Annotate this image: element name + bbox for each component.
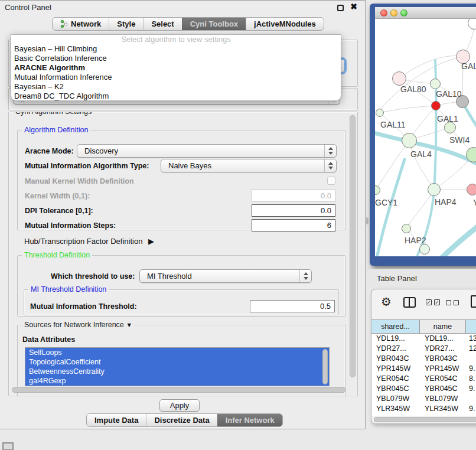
column-header[interactable]: name xyxy=(420,320,466,333)
tab-select[interactable]: Select xyxy=(143,18,181,30)
manual-kernel-checkbox[interactable] xyxy=(327,177,335,185)
table-cell: YER054C xyxy=(420,374,466,384)
table-row[interactable]: YPR145WYPR145W9. xyxy=(371,364,476,374)
list-scrollbar[interactable] xyxy=(322,349,328,384)
network-node[interactable] xyxy=(402,133,417,148)
table-cell: 9. xyxy=(466,404,476,414)
tab-infer-network[interactable]: Infer Network xyxy=(217,414,282,426)
dropdown-item[interactable]: Mutual Information Inference xyxy=(11,73,341,82)
tab-cyni-toolbox[interactable]: Cyni Toolbox xyxy=(182,18,246,30)
sources-group-title[interactable]: Sources for Network Inference ▼ xyxy=(22,321,135,329)
expand-right-icon: ▶ xyxy=(145,237,154,246)
data-attributes-list[interactable]: SelfLoopsTopologicalCoefficientBetweenne… xyxy=(25,347,330,386)
mi-type-label: Mutual Information Algorithm Type: xyxy=(25,162,149,170)
table-horizontal-scrollbar[interactable] xyxy=(374,417,476,422)
network-node[interactable] xyxy=(444,122,456,133)
node-label: GAL11 xyxy=(380,120,406,129)
mi-steps-input[interactable]: 6 xyxy=(252,219,335,231)
network-canvas[interactable]: GALGAL80GAL10GAL1GAL11SWI4GAL4GCY1HAP4YH… xyxy=(375,19,476,256)
network-node[interactable] xyxy=(402,224,411,233)
table-cell: YBR043C xyxy=(371,354,420,364)
control-panel-title: Control Panel xyxy=(5,3,51,12)
tab-network[interactable]: Network xyxy=(53,18,109,30)
aracne-mode-combobox[interactable]: Discovery xyxy=(77,144,337,158)
algorithm-definition-title: Algorithm Definition xyxy=(22,126,90,134)
table-panel-window: ⚙ ✓✓ shared...nameA YDL19...YDL19...13YD… xyxy=(371,289,476,424)
network-node[interactable] xyxy=(428,183,441,196)
table-row[interactable]: YLR345WYLR345W9. xyxy=(371,404,476,414)
attribute-item[interactable]: SelfLoops xyxy=(25,348,329,357)
settings-horizontal-scrollbar[interactable] xyxy=(12,387,346,393)
hub-definition-toggle[interactable]: Hub/Transcription Factor Definition ▶ xyxy=(24,237,154,246)
dropdown-item[interactable]: ARACNE Algorithm xyxy=(11,63,341,73)
kernel-width-input[interactable]: 0.0 xyxy=(252,190,335,202)
tab-style[interactable]: Style xyxy=(109,18,143,30)
splitter-handle[interactable] xyxy=(366,217,369,224)
table-row[interactable]: YDL19...YDL19...13 xyxy=(371,334,476,344)
table-cell: 13 xyxy=(466,334,476,344)
dpi-tolerance-input[interactable]: 0.0 xyxy=(252,204,335,217)
table-row[interactable]: YDR27...YDR27...12 xyxy=(371,344,476,354)
table-cell: YBL079W xyxy=(420,394,466,404)
which-threshold-combobox[interactable]: MI Threshold xyxy=(139,269,312,283)
dpi-tolerance-label: DPI Tolerance [0,1]: xyxy=(25,207,93,215)
mi-type-combobox[interactable]: Naive Bayes xyxy=(161,159,337,172)
select-all-checks-icon[interactable]: ✓✓ xyxy=(426,299,440,305)
float-window-icon[interactable] xyxy=(337,5,344,11)
network-window-titlebar[interactable] xyxy=(375,7,476,19)
table-row[interactable]: YBR043CYBR043C xyxy=(371,354,476,364)
tab-impute-data[interactable]: Impute Data xyxy=(87,414,146,426)
mac-minimize-button[interactable] xyxy=(390,9,397,17)
table-cell: 8. xyxy=(466,374,476,384)
table-row[interactable]: YBR045CYBR045C9. xyxy=(371,384,476,394)
mac-close-button[interactable] xyxy=(380,9,387,17)
mac-zoom-button[interactable] xyxy=(400,9,407,17)
table-cell: YDL19... xyxy=(420,334,466,344)
node-label: GAL1 xyxy=(437,114,458,123)
network-view-window[interactable]: GALGAL80GAL10GAL1GAL11SWI4GAL4GCY1HAP4YH… xyxy=(370,4,476,266)
attribute-item[interactable]: gal4RGexp xyxy=(25,376,329,386)
network-icon xyxy=(60,20,68,28)
hide-panel-icon[interactable] xyxy=(2,442,14,450)
control-panel-tabbar: NetworkStyleSelectCyni ToolboxjActiveMNo… xyxy=(52,17,324,31)
network-node[interactable] xyxy=(376,109,384,117)
network-node[interactable] xyxy=(392,71,406,86)
tab-discretize-data[interactable]: Discretize Data xyxy=(146,414,217,426)
network-node[interactable] xyxy=(419,244,430,255)
network-node[interactable] xyxy=(430,79,441,89)
table-cell xyxy=(466,354,476,364)
network-node[interactable] xyxy=(467,184,476,195)
columns-icon[interactable] xyxy=(403,297,416,308)
node-label: GAL xyxy=(461,61,476,71)
column-header[interactable]: shared... xyxy=(371,320,420,333)
dropdown-item[interactable]: Basic Correlation Inference xyxy=(11,54,341,63)
data-attributes-label: Data Attributes xyxy=(22,335,75,344)
dropdown-item[interactable]: Dream8 DC_TDC Algorithm xyxy=(11,92,341,101)
apply-button[interactable]: Apply xyxy=(159,399,200,412)
network-node[interactable] xyxy=(431,101,441,110)
settings-vertical-scrollbar[interactable] xyxy=(350,115,356,377)
gear-icon[interactable]: ⚙ xyxy=(381,295,392,309)
table-row[interactable]: YIL052CYIL052C9. xyxy=(371,414,476,416)
table-row[interactable]: YER054CYER054C8. xyxy=(371,374,476,384)
table-body[interactable]: YDL19...YDL19...13YDR27...YDR27...12YBR0… xyxy=(371,334,476,416)
table-cell: YBL079W xyxy=(371,394,420,404)
dropdown-item[interactable]: Bayesian – K2 xyxy=(11,82,341,92)
table-cell: YIL052C xyxy=(371,414,420,416)
node-label: GAL10 xyxy=(436,89,462,99)
dropdown-item[interactable]: Bayesian – Hill Climbing xyxy=(11,44,341,54)
column-header[interactable]: A xyxy=(466,320,476,333)
node-label: HAP2 xyxy=(405,236,426,245)
deselect-all-checks-icon[interactable] xyxy=(446,300,459,305)
table-cell: 12 xyxy=(466,344,476,354)
attribute-item[interactable]: TopologicalCoefficient xyxy=(25,357,329,367)
mi-threshold-group-title: MI Threshold Definition xyxy=(28,285,109,294)
table-row[interactable]: YBL079WYBL079W xyxy=(371,394,476,404)
mi-threshold-input[interactable]: 0.5 xyxy=(250,300,335,312)
attribute-item[interactable]: BetweennessCentrality xyxy=(25,367,329,376)
table-cell: YBR045C xyxy=(371,384,420,394)
table-header-row[interactable]: shared...nameA xyxy=(371,319,476,334)
tab-jactivemnodules[interactable]: jActiveMNodules xyxy=(246,18,324,30)
export-table-icon[interactable] xyxy=(471,295,476,308)
close-icon[interactable]: ✖ xyxy=(350,2,357,11)
